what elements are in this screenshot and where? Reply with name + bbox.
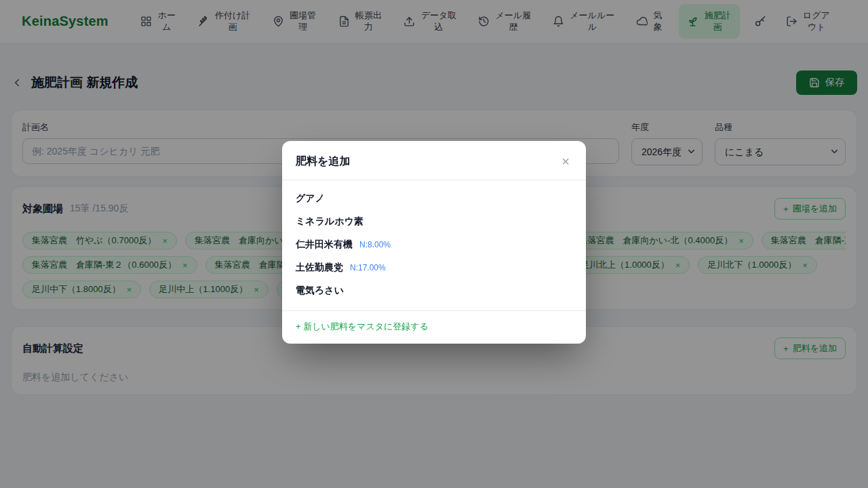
fertilizer-n-value: N:17.00%: [350, 263, 386, 272]
fertilizer-name: グアノ: [296, 192, 325, 205]
fertilizer-name: 土佐勤農党: [296, 262, 343, 274]
modal-footer: + 新しい肥料をマスタに登録する: [282, 310, 586, 344]
fertilizer-name: ミネラルホウ素: [296, 216, 363, 228]
fertilizer-list-item[interactable]: 土佐勤農党 N:17.00%: [282, 256, 586, 279]
fertilizer-name: 電気ろさい: [296, 285, 344, 297]
fertilizer-list-item[interactable]: グアノ: [282, 187, 586, 210]
fertilizer-name: 仁井田米有機: [296, 239, 353, 251]
modal-header: 肥料を追加 ×: [282, 141, 586, 180]
fertilizer-list: グアノ ミネラルホウ素 仁井田米有機 N:8.00% 土佐勤農党 N:17.00…: [282, 180, 586, 310]
add-fertilizer-modal: 肥料を追加 × グアノ ミネラルホウ素 仁井田米有機 N:8.00% 土佐勤農党…: [282, 141, 586, 344]
register-new-fertilizer-link[interactable]: + 新しい肥料をマスタに登録する: [296, 321, 429, 331]
fertilizer-list-item[interactable]: ミネラルホウ素: [282, 210, 586, 233]
fertilizer-list-item[interactable]: 仁井田米有機 N:8.00%: [282, 233, 586, 256]
close-icon[interactable]: ×: [559, 153, 572, 169]
modal-title: 肥料を追加: [296, 155, 350, 169]
fertilizer-list-item[interactable]: 電気ろさい: [282, 279, 586, 302]
fertilizer-n-value: N:8.00%: [359, 240, 391, 249]
